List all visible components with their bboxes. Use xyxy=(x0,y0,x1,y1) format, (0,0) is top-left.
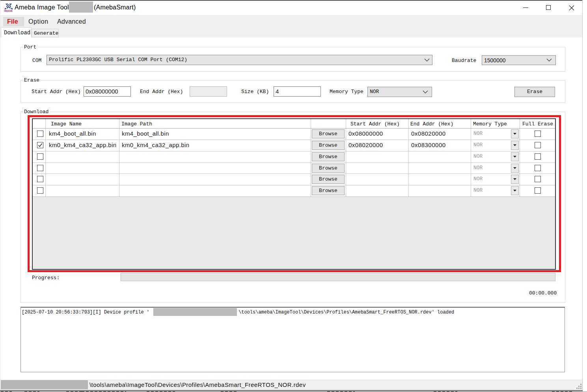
svg-text:IMAGE: IMAGE xyxy=(4,9,13,12)
